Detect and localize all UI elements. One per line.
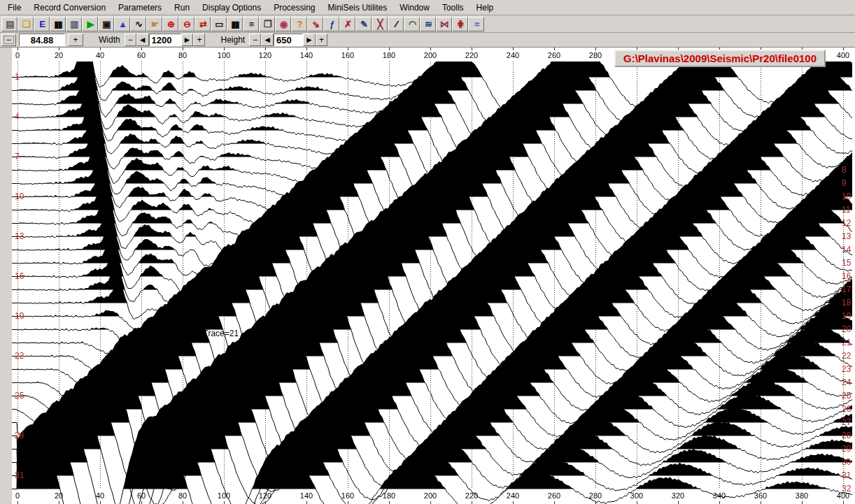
time-axis-top-label: 140 [300,51,313,59]
play-button[interactable]: ▶ [82,17,98,31]
play-icon: ▶ [87,20,93,29]
menu-item-run[interactable]: Run [168,1,196,15]
trace-number-right: 18 [842,298,851,308]
height-field[interactable] [274,34,303,46]
width-step-back-button[interactable]: ◄ [136,34,149,46]
width-field[interactable] [149,34,181,46]
pick-traces-button[interactable]: ⋕ [452,17,468,31]
time-axis-bottom-label: 20 [55,491,63,500]
trace-number-left: 10 [15,192,24,201]
trace-number-right: 13 [842,231,851,241]
menu-item-record-conversion[interactable]: Record Conversion [27,1,112,15]
menu-item-display-options[interactable]: Display Options [196,1,267,15]
width-minus-button[interactable]: − [125,34,136,46]
trace-number-right: 29 [842,444,851,454]
gain-field[interactable] [19,34,65,46]
trace-number-right: 30 [842,457,851,467]
stop-icon: ▣ [102,20,109,29]
stack-bars-button[interactable]: ≡ [243,17,259,31]
script-icon: ƒ [330,20,333,29]
open-folder-button[interactable]: ❏ [17,17,34,31]
stop-button[interactable]: ▣ [98,17,114,31]
velocity-curve-button[interactable]: ◠ [404,17,420,31]
seismic-plot-area: G:\Plavinas\2009\Seismic\Pr20\file0100 T… [0,48,855,504]
curves-join-button[interactable]: ⋈ [436,17,452,31]
time-axis-bottom-label: 300 [630,491,643,500]
script-button[interactable]: ƒ [323,17,339,31]
time-axis-bottom-label: 120 [259,491,271,500]
globe-chart-icon: ◉ [280,20,286,29]
help-button[interactable]: ? [291,17,307,31]
zoom-in-icon: ⊕ [167,20,174,29]
velocity-curve-icon: ◠ [409,20,415,29]
curves-cross-button[interactable]: ✗ [339,17,355,31]
time-axis-bottom-label: 240 [507,491,519,500]
new-record-icon: ▤ [6,20,13,29]
pause-icon: ▮▮ [54,20,61,29]
wavy-curves-button[interactable]: ≈ [468,17,484,31]
trace-number-right: 24 [842,377,851,387]
save-record-button[interactable]: ▥ [66,17,82,31]
save-record-icon: ▥ [70,20,77,29]
zoom-in-button[interactable]: ⊕ [162,17,178,31]
time-axis-top-label: 160 [341,51,354,59]
menu-item-toolls[interactable]: Toolls [436,1,470,15]
cursor-annotation: T=61.0987 ms, Trace=21 [145,329,239,338]
height-label: Height [220,35,245,45]
note-edit-icon: ✎ [360,20,367,29]
pause-button[interactable]: ▮▮ [50,17,66,31]
gain-plus-button[interactable]: + [68,34,83,46]
plot-left-margin [0,48,12,504]
time-axis-bottom-label: 80 [178,491,187,500]
gain-minus-button[interactable]: − [1,34,16,46]
diagonal-lines-button[interactable]: ∕∕∕ [388,17,404,31]
time-axis-top-label: 180 [383,51,395,59]
time-axis-top-label: 0 [15,51,20,59]
multi-curves-button[interactable]: ≋ [420,17,436,31]
height-plus-button[interactable]: + [316,34,327,46]
wiggle-trace-button[interactable]: ∿ [130,17,146,31]
menu-item-help[interactable]: Help [470,1,500,15]
time-axis-bottom-label: 160 [341,491,354,500]
trace-number-right: 8 [842,165,847,175]
trace-number-left: 22 [15,351,24,361]
trace-number-right: 22 [842,351,851,361]
trace-number-right: 19 [842,311,851,321]
zoom-out-button[interactable]: ⊖ [178,17,195,31]
globe-chart-button[interactable]: ◉ [275,17,291,31]
note-edit-button[interactable]: ✎ [355,17,372,31]
height-step-back-button[interactable]: ◄ [261,34,274,46]
trace-number-left: 16 [15,271,24,281]
menu-item-parameters[interactable]: Parameters [112,1,168,15]
time-axis-top-label: 100 [218,51,230,59]
edit-e-button[interactable]: E [34,17,50,31]
time-axis-bottom-label: 220 [465,491,478,500]
rectangle-icon: ▭ [215,20,222,29]
convert-shapes-button[interactable]: ⇘ [307,17,323,31]
time-axis-bottom-label: 380 [796,491,808,500]
amplitude-icon: ▲ [118,20,126,29]
menu-item-processing[interactable]: Processing [267,1,321,15]
va-bars-button[interactable]: ▮▮ [227,17,243,31]
amplitude-button[interactable]: ▲ [114,17,130,31]
menu-item-miniseis-utilites[interactable]: MiniSeis Utilites [322,1,394,15]
seismic-section-canvas[interactable] [0,48,855,504]
width-step-forward-button[interactable]: ► [181,34,194,46]
rectangle-button[interactable]: ▭ [211,17,227,31]
menu-item-window[interactable]: Window [393,1,436,15]
height-step-forward-button[interactable]: ► [303,34,316,46]
crossing-lines-button[interactable]: ╳ [372,17,388,31]
time-axis-top-label: 80 [178,51,187,59]
width-plus-button[interactable]: + [193,34,205,46]
width-label: Width [99,35,120,45]
new-record-button[interactable]: ▤ [1,17,17,31]
trace-number-right: 20 [842,324,851,334]
trace-number-left: 13 [15,231,24,241]
trace-number-right: 11 [842,205,850,215]
height-minus-button[interactable]: − [249,34,261,46]
overlap-squares-button[interactable]: ❐ [259,17,275,31]
time-axis-top-label: 60 [137,51,146,59]
swap-arrows-button[interactable]: ⇄ [195,17,211,31]
menu-item-file[interactable]: File [1,1,27,15]
pan-hand-button[interactable]: ☛ [146,17,162,31]
